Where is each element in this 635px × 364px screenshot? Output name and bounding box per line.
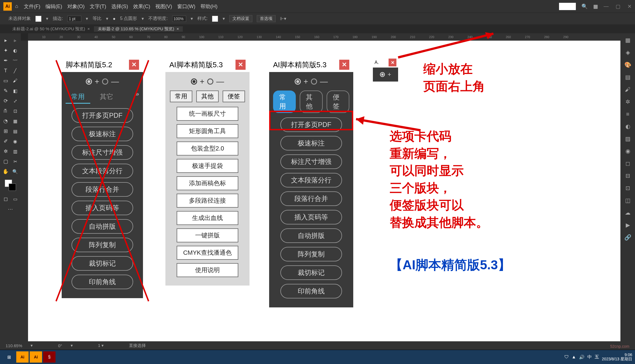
color-panel-icon[interactable]: 🎨 bbox=[623, 60, 632, 69]
btn-crop-marks[interactable]: 裁切标记 bbox=[71, 256, 133, 271]
home-icon[interactable]: ⌂ bbox=[15, 3, 18, 9]
align-icon[interactable]: ⊩▾ bbox=[280, 16, 286, 21]
libraries-panel-icon[interactable]: ☁ bbox=[623, 208, 632, 217]
line-tool[interactable]: ╱ bbox=[10, 66, 20, 75]
btn-open-pdf[interactable]: 打开多页PDF bbox=[280, 117, 342, 132]
uniform-label[interactable]: 等比 bbox=[93, 16, 101, 22]
prefs-button[interactable]: 首选项 bbox=[257, 15, 276, 22]
tray-icon[interactable]: 🛡 bbox=[564, 354, 569, 360]
btn-crop-marks[interactable]: 裁切标记 bbox=[280, 265, 342, 280]
btn-text-split[interactable]: 文本段落分行 bbox=[71, 164, 133, 178]
shaper-tool[interactable]: ✎ bbox=[1, 86, 10, 96]
eyedropper-tool[interactable]: ✐ bbox=[1, 136, 10, 146]
shape-builder-tool[interactable]: ◔ bbox=[1, 116, 10, 126]
tab-common[interactable]: 常用 bbox=[273, 91, 296, 113]
tray-volume-icon[interactable]: 🔊 bbox=[579, 354, 585, 360]
minimize-button[interactable]: — bbox=[604, 3, 609, 10]
appearance-panel-icon[interactable]: ◉ bbox=[623, 147, 632, 156]
color-swatches[interactable] bbox=[5, 180, 16, 191]
btn-dim-enhance[interactable]: 标注尺寸增强 bbox=[71, 145, 133, 160]
pathfinder-panel-icon[interactable]: ◫ bbox=[623, 196, 632, 205]
style-swatch[interactable] bbox=[212, 16, 218, 22]
arrange-icon[interactable]: ▦ bbox=[593, 3, 598, 10]
pen-tool[interactable]: ✒ bbox=[1, 56, 10, 65]
gradient-panel-icon[interactable]: ◐ bbox=[623, 122, 632, 131]
links-panel-icon[interactable]: 🔗 bbox=[623, 233, 632, 242]
btn-auto-layout[interactable]: 自动拼版 bbox=[71, 219, 133, 234]
btn-open-pdf[interactable]: 打开多页PDF bbox=[71, 108, 133, 123]
scale-tool[interactable]: ⤢ bbox=[10, 96, 20, 106]
tab-common[interactable]: 常用 bbox=[66, 91, 90, 104]
tab-other[interactable]: 其它 bbox=[94, 91, 119, 104]
tray-ime-icon[interactable]: 五 bbox=[595, 354, 599, 360]
btn-bleed[interactable]: 生成出血线 bbox=[177, 211, 238, 225]
magic-wand-tool[interactable]: ✦ bbox=[1, 46, 10, 55]
fill-swatch[interactable] bbox=[35, 16, 41, 22]
btn-color-marks[interactable]: 添加画稿色标 bbox=[177, 176, 238, 190]
selection-tool[interactable]: ▸ bbox=[1, 36, 10, 45]
btn-para-merge[interactable]: 段落行合并 bbox=[71, 182, 133, 197]
curvature-tool[interactable]: 〰 bbox=[10, 56, 20, 65]
layers-panel-icon[interactable]: ◈ bbox=[623, 48, 632, 57]
taskbar-ai-1[interactable]: Ai bbox=[16, 351, 29, 363]
menu-window[interactable]: 窗口(W) bbox=[177, 3, 195, 10]
btn-array-copy[interactable]: 阵列复制 bbox=[280, 247, 342, 261]
btn-auto-layout[interactable]: 自动拼版 bbox=[280, 228, 342, 243]
menu-select[interactable]: 选择(S) bbox=[111, 3, 128, 10]
btn-help[interactable]: 使用说明 bbox=[177, 263, 238, 277]
menu-view[interactable]: 视图(V) bbox=[155, 3, 172, 10]
maximize-button[interactable]: ▢ bbox=[616, 3, 620, 10]
menu-edit[interactable]: 编辑(E) bbox=[45, 3, 62, 10]
menu-type[interactable]: 文字(T) bbox=[90, 3, 106, 10]
btn-one-layout[interactable]: 一键拼版 bbox=[177, 228, 238, 242]
tab-other[interactable]: 其他 bbox=[300, 91, 322, 113]
graphic-styles-icon[interactable]: ◻ bbox=[623, 159, 632, 168]
btn-path-connect[interactable]: 多段路径连接 bbox=[177, 194, 238, 208]
btn-unify-artboard[interactable]: 统一画板尺寸 bbox=[177, 107, 238, 121]
swatches-panel-icon[interactable]: ▤ bbox=[623, 73, 632, 82]
btn-box-2[interactable]: 包装盒型2.0 bbox=[177, 142, 238, 156]
hand-tool[interactable]: ✋ bbox=[1, 167, 10, 176]
transparency-panel-icon[interactable]: ▨ bbox=[623, 134, 632, 143]
mesh-tool[interactable]: ⊞ bbox=[1, 126, 10, 136]
menu-file[interactable]: 文件(F) bbox=[24, 3, 40, 10]
artboard[interactable]: 脚本精简版5.2 ✕ + — 常用 其它 » 打开多页PDF bbox=[28, 41, 620, 341]
search-field[interactable] bbox=[559, 3, 576, 10]
btn-prepress[interactable]: 印前角线 bbox=[280, 284, 342, 298]
opacity-input[interactable] bbox=[172, 16, 186, 22]
taskbar-ai-2[interactable]: Ai bbox=[30, 351, 42, 363]
tab-notes[interactable]: 便签 bbox=[327, 91, 349, 113]
rotate-tool[interactable]: ⟳ bbox=[1, 96, 10, 106]
tray-icon[interactable]: ▲ bbox=[572, 354, 576, 360]
brushes-panel-icon[interactable]: 🖌 bbox=[623, 85, 632, 94]
zoom-tool[interactable]: 🔍 bbox=[10, 167, 20, 176]
btn-cmyk-pantone[interactable]: CMYK查找潘通色 bbox=[177, 246, 238, 260]
gradient-tool[interactable]: ▤ bbox=[10, 126, 20, 136]
align-panel-icon[interactable]: ⊟ bbox=[623, 171, 632, 180]
chevron-right-icon[interactable]: » bbox=[136, 91, 139, 104]
btn-text-split[interactable]: 文本段落分行 bbox=[280, 173, 342, 187]
tab-common[interactable]: 常用 bbox=[170, 91, 192, 102]
tab-other[interactable]: 其他 bbox=[196, 91, 219, 102]
radio-2[interactable] bbox=[207, 78, 213, 85]
btn-para-merge[interactable]: 段落行合并 bbox=[280, 191, 342, 206]
screen-mode[interactable]: ▭ bbox=[10, 194, 20, 204]
btn-fast-annotate[interactable]: 极速标注 bbox=[280, 136, 342, 150]
btn-round-rect[interactable]: 矩形圆角工具 bbox=[177, 124, 238, 138]
close-icon[interactable]: ✕ bbox=[235, 60, 246, 70]
radio-2[interactable] bbox=[102, 78, 108, 85]
doc-setup-button[interactable]: 文档设置 bbox=[229, 15, 252, 22]
free-transform-tool[interactable]: ⊡ bbox=[10, 106, 20, 116]
start-button[interactable]: ⊞ bbox=[3, 351, 15, 363]
btn-array-copy[interactable]: 阵列复制 bbox=[71, 238, 133, 252]
close-icon[interactable]: ✕ bbox=[339, 60, 349, 70]
actions-panel-icon[interactable]: ▶ bbox=[623, 221, 632, 229]
radio-1[interactable] bbox=[380, 72, 385, 77]
radio-1[interactable] bbox=[86, 78, 92, 85]
radio-1[interactable] bbox=[295, 78, 301, 85]
zoom-level[interactable]: 110.65% bbox=[6, 343, 22, 348]
width-tool[interactable]: ⫚ bbox=[1, 106, 10, 116]
close-icon[interactable]: ✕ bbox=[389, 59, 396, 66]
taskbar-app[interactable]: § bbox=[43, 351, 56, 363]
direct-selection-tool[interactable]: ▹ bbox=[10, 36, 20, 45]
